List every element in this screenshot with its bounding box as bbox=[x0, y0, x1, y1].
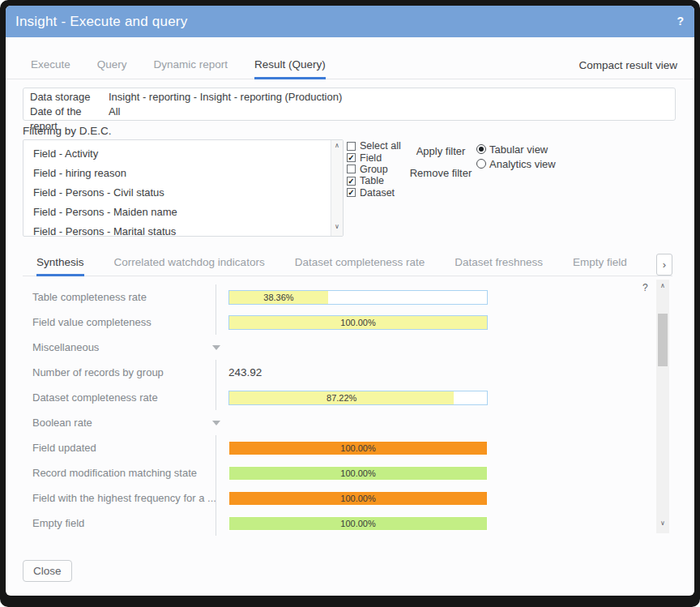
tab-execute[interactable]: Execute bbox=[31, 56, 70, 79]
result-bar-fill: 100.00% bbox=[229, 492, 487, 505]
result-row-label: Number of records by group bbox=[32, 360, 164, 385]
collapse-arrow-icon[interactable] bbox=[212, 345, 220, 350]
dec-filter-listbox[interactable]: Field - ActivityField - hiring reasonFie… bbox=[23, 139, 344, 237]
result-bar-fill: 100.00% bbox=[229, 467, 487, 480]
checkbox-label: Select all bbox=[360, 140, 401, 152]
tab-overflow-button[interactable]: › bbox=[656, 254, 672, 276]
tab-query[interactable]: Query bbox=[97, 56, 127, 79]
result-bar-value: 100.00% bbox=[229, 517, 487, 530]
scroll-down-icon[interactable]: ∨ bbox=[656, 519, 669, 531]
row-divider bbox=[216, 511, 216, 536]
result-bar-value: 87.22% bbox=[229, 391, 454, 404]
scroll-up-icon[interactable]: ∧ bbox=[331, 142, 343, 153]
row-divider bbox=[216, 284, 216, 310]
result-row: Field updated100.00% bbox=[23, 435, 656, 460]
report-info-label: Data storage bbox=[30, 90, 109, 105]
result-bar-value: 100.00% bbox=[229, 442, 487, 455]
result-bar-value: 100.00% bbox=[229, 316, 487, 329]
result-row-label: Table completeness rate bbox=[32, 284, 147, 310]
result-bar-fill: 100.00% bbox=[229, 442, 487, 455]
checkbox-label: Dataset bbox=[360, 187, 395, 199]
list-item[interactable]: Field - Persons - Civil status bbox=[23, 183, 331, 203]
scroll-down-icon[interactable]: ∨ bbox=[331, 223, 343, 234]
result-row: Dataset completeness rate87.22% bbox=[23, 385, 656, 410]
report-info-row: Date of the reportAll bbox=[30, 105, 668, 134]
result-row-label: Empty field bbox=[32, 511, 84, 536]
help-icon[interactable]: ? bbox=[677, 6, 684, 37]
checkbox-icon bbox=[347, 142, 356, 151]
result-row: Table completeness rate38.36% bbox=[23, 284, 656, 310]
checkbox-group[interactable]: Group bbox=[347, 164, 401, 175]
result-row: Number of records by group243.92 bbox=[23, 360, 656, 385]
list-item[interactable]: Field - Activity bbox=[23, 144, 331, 164]
result-tab-dataset-freshness[interactable]: Dataset freshness bbox=[455, 253, 543, 276]
result-bar-value: 100.00% bbox=[229, 492, 487, 505]
tab-result-query-[interactable]: Result (Query) bbox=[254, 56, 326, 79]
chevron-right-icon: › bbox=[663, 259, 666, 271]
apply-filter-link[interactable]: Apply filter bbox=[409, 145, 472, 157]
result-tab-correlated-watchdog-indicators[interactable]: Correlated watchdog indicators bbox=[114, 253, 265, 276]
collapse-arrow-icon[interactable] bbox=[212, 421, 220, 425]
result-bar-value: 100.00% bbox=[229, 467, 487, 480]
result-row-label: Field updated bbox=[32, 435, 96, 460]
report-info-value: Insight - reporting - Insight - reportin… bbox=[109, 90, 342, 105]
radio-analytics-view[interactable]: Analytics view bbox=[476, 156, 556, 171]
result-bar: 100.00% bbox=[228, 466, 488, 481]
list-item[interactable]: Field - Persons - Marital status bbox=[23, 222, 331, 237]
result-row-label: Miscellaneous bbox=[32, 335, 99, 360]
result-bar: 100.00% bbox=[228, 441, 488, 455]
result-row-label: Dataset completeness rate bbox=[32, 385, 158, 410]
remove-filter-link[interactable]: Remove filter bbox=[409, 167, 472, 179]
result-tab-bar: SynthesisCorrelated watchdog indicatorsD… bbox=[23, 253, 672, 276]
result-bar-fill: 38.36% bbox=[229, 291, 328, 304]
result-tab-dataset-completeness-rate[interactable]: Dataset completeness rate bbox=[295, 253, 425, 276]
result-row: Record modification matching state100.00… bbox=[23, 460, 656, 485]
row-divider bbox=[216, 435, 216, 460]
result-tab-empty-field[interactable]: Empty field bbox=[573, 253, 627, 276]
checkbox-field[interactable]: ✓Field bbox=[347, 152, 401, 163]
radio-icon bbox=[476, 144, 486, 154]
filter-actions: Apply filterRemove filter bbox=[409, 145, 472, 189]
list-item[interactable]: Field - hiring reason bbox=[23, 164, 331, 183]
result-bar-fill: 100.00% bbox=[229, 517, 487, 530]
report-info-box: Data storageInsight - reporting - Insigh… bbox=[23, 88, 676, 121]
checkbox-label: Field bbox=[360, 152, 382, 164]
checkbox-dataset[interactable]: ✓Dataset bbox=[347, 187, 401, 199]
row-divider bbox=[216, 460, 216, 485]
filtering-label: Filtering by D.E.C. bbox=[23, 125, 112, 137]
checkbox-select-all[interactable]: Select all bbox=[347, 140, 401, 152]
compact-result-view-link[interactable]: Compact result view bbox=[578, 59, 677, 71]
close-button[interactable]: Close bbox=[23, 560, 72, 582]
radio-tabular-view[interactable]: Tabular view bbox=[476, 142, 556, 156]
checkbox-label: Group bbox=[360, 164, 388, 175]
radio-icon bbox=[476, 159, 486, 169]
result-row-label: Field with the highest frequency for a .… bbox=[32, 485, 216, 511]
result-bar-fill: 100.00% bbox=[229, 316, 487, 329]
result-bar: 100.00% bbox=[228, 516, 488, 531]
scrollbar-thumb[interactable] bbox=[658, 314, 668, 366]
result-row: Field value completeness100.00% bbox=[23, 310, 656, 335]
result-bar-fill: 87.22% bbox=[229, 391, 454, 404]
dialog-title: Insight - Execute and query bbox=[15, 6, 187, 37]
result-row: Miscellaneous bbox=[23, 335, 656, 360]
result-row: Empty field100.00% bbox=[23, 511, 656, 536]
tab-dynamic-report[interactable]: Dynamic report bbox=[154, 56, 228, 79]
result-bar: 87.22% bbox=[228, 391, 488, 405]
results-rows: Table completeness rate38.36%Field value… bbox=[23, 280, 656, 536]
result-tab-synthesis[interactable]: Synthesis bbox=[36, 253, 84, 276]
checkbox-table[interactable]: ✓Table bbox=[347, 175, 401, 186]
result-row: Field with the highest frequency for a .… bbox=[23, 485, 656, 511]
results-scrollbar[interactable]: ∧ ∨ bbox=[656, 280, 669, 533]
result-tab-row: SynthesisCorrelated watchdog indicatorsD… bbox=[23, 253, 655, 276]
checkbox-icon bbox=[347, 165, 356, 173]
scroll-up-icon[interactable]: ∧ bbox=[656, 282, 669, 293]
result-bar: 100.00% bbox=[228, 315, 488, 330]
listbox-scrollbar[interactable]: ∧ ∨ bbox=[331, 140, 343, 236]
screenshot-frame: Insight - Execute and query ? ExecuteQue… bbox=[0, 0, 700, 607]
result-row-label: Boolean rate bbox=[32, 410, 92, 435]
list-item[interactable]: Field - Persons - Maiden name bbox=[23, 203, 331, 222]
row-divider bbox=[216, 385, 216, 410]
checkbox-label: Table bbox=[360, 175, 384, 186]
checkbox-icon: ✓ bbox=[347, 153, 356, 162]
checkbox-icon: ✓ bbox=[347, 177, 356, 186]
